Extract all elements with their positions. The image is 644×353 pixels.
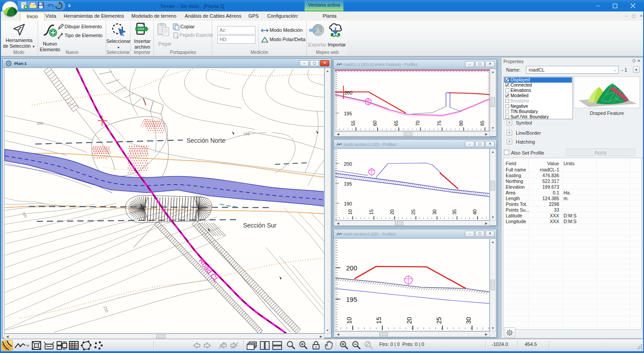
svg-text:15: 15 (369, 209, 374, 215)
svg-text:10: 10 (346, 317, 353, 324)
svg-text:Sección Sur: Sección Sur (243, 222, 277, 229)
svg-text:Sección Norte: Sección Norte (187, 137, 225, 144)
svg-text:200: 200 (344, 90, 352, 95)
svg-text:200: 200 (346, 264, 357, 272)
svg-text:30: 30 (432, 209, 437, 215)
svg-text:195: 195 (346, 296, 357, 303)
svg-text:80: 80 (458, 121, 464, 126)
svg-text:85: 85 (480, 121, 485, 126)
svg-text:15: 15 (375, 317, 382, 324)
svg-text:25: 25 (435, 317, 442, 324)
svg-text:195: 195 (243, 132, 250, 136)
svg-text:200: 200 (37, 121, 43, 125)
svg-text:65: 65 (393, 121, 399, 126)
svg-text:20: 20 (389, 209, 395, 215)
svg-text:75: 75 (437, 121, 442, 126)
svg-text:195: 195 (344, 181, 352, 186)
svg-text:20: 20 (406, 317, 413, 324)
svg-text:195: 195 (344, 111, 352, 116)
svg-text:55: 55 (351, 121, 356, 126)
svg-text:190: 190 (344, 201, 352, 206)
svg-text:25: 25 (411, 209, 416, 215)
svg-text:40: 40 (472, 209, 477, 215)
svg-text:200: 200 (344, 161, 352, 167)
svg-text:30: 30 (465, 317, 472, 324)
svg-text:35: 35 (452, 209, 457, 215)
svg-text:10: 10 (347, 209, 353, 215)
svg-text:60: 60 (372, 121, 377, 126)
svg-text:70: 70 (415, 121, 420, 126)
